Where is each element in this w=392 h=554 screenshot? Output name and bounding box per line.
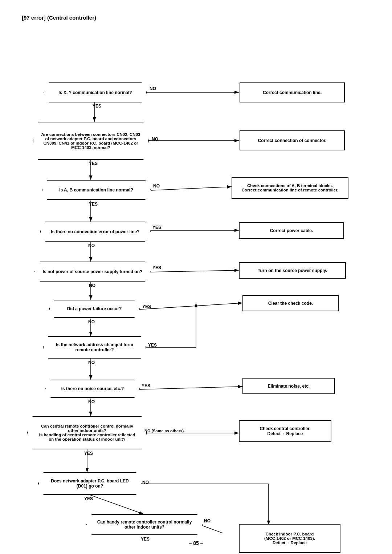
- q5-text: Is not power of source power supply turn…: [43, 269, 143, 274]
- q7-text: Is the network address changed form remo…: [44, 342, 146, 352]
- q9-text: Can central remote controller control no…: [28, 424, 146, 441]
- q2-node: Are connections between connectors CN02,…: [33, 122, 149, 160]
- label-no1: NO: [150, 86, 156, 91]
- svg-line-11: [138, 303, 242, 310]
- label-no11: NO: [204, 518, 211, 523]
- a5-text: Turn on the source power supply.: [258, 268, 327, 273]
- svg-line-20: [90, 495, 143, 514]
- a2-text: Correct connection of connector.: [258, 138, 327, 143]
- a8-text: Eliminate noise, etc.: [268, 384, 310, 389]
- label-yes3: YES: [89, 202, 98, 207]
- q2-text: Are connections between connectors CN02,…: [33, 130, 148, 151]
- label-no7: NO: [88, 360, 95, 365]
- label-no4: NO: [88, 243, 95, 248]
- a6-text: Clear the check code.: [268, 301, 313, 306]
- label-no9: NO (Same as others): [144, 429, 184, 433]
- label-yes1: YES: [93, 104, 101, 109]
- q8-text: Is there no noise source, etc.?: [61, 386, 124, 391]
- svg-line-5: [151, 187, 232, 190]
- label-yes7: YES: [148, 343, 157, 348]
- a11-text: Check indoor P.C. board (MCC-1402 or MCC…: [264, 532, 315, 545]
- label-yes5: YES: [152, 265, 161, 270]
- label-no8: NO: [88, 399, 95, 404]
- label-yes2: YES: [89, 161, 98, 166]
- q3-node: Is A, B communication line normal?: [42, 180, 151, 200]
- label-yes6: YES: [142, 304, 151, 309]
- q7-node: Is the network address changed form remo…: [43, 336, 146, 359]
- a9-node: Check central controller. Defect→ Replac…: [239, 420, 331, 442]
- arrows-svg: [15, 32, 377, 533]
- a1-node: Correct communication line.: [240, 82, 345, 102]
- label-no10: NO: [142, 480, 149, 485]
- q10-text: Does network adapter P.C. board LED (D01…: [39, 478, 141, 489]
- q8-node: Is there no noise source, etc.?: [45, 380, 140, 398]
- label-no5: NO: [89, 283, 95, 288]
- q4-text: Is there no connection error of power li…: [51, 229, 139, 234]
- a11-node: Check indoor P.C. board (MCC-1402 or MCC…: [239, 524, 340, 553]
- q1-node: Is X, Y communication line normal?: [44, 82, 147, 102]
- q6-node: Did a power failure occur?: [49, 300, 140, 318]
- a4-text: Correct power cable.: [270, 228, 313, 233]
- a3-node: Check connections of A, B terminal block…: [232, 177, 348, 199]
- svg-line-16: [138, 387, 242, 389]
- a3-text: Check connections of A, B terminal block…: [242, 183, 338, 192]
- q11-node: Can handy remote controller control norm…: [86, 514, 203, 535]
- diagram: Is X, Y communication line normal? NO YE…: [15, 32, 377, 533]
- label-no6: NO: [88, 319, 95, 324]
- svg-line-9: [149, 270, 239, 272]
- a9-text: Check central controller. Defect→ Replac…: [260, 426, 310, 436]
- q4-node: Is there no connection error of power li…: [40, 222, 151, 242]
- page: [97 error] (Central controller): [0, 0, 392, 554]
- svg-line-21: [200, 525, 239, 533]
- a6-node: Clear the check code.: [242, 295, 339, 311]
- a5-node: Turn on the source power supply.: [239, 262, 346, 279]
- label-no2: NO: [152, 137, 158, 142]
- label-yes10: YES: [84, 496, 93, 501]
- label-yes8: YES: [142, 383, 150, 388]
- a2-node: Correct connection of connector.: [240, 130, 345, 150]
- label-no3: NO: [153, 183, 160, 189]
- q3-text: Is A, B communication line normal?: [59, 187, 133, 193]
- label-yes4: YES: [152, 225, 161, 230]
- q9-node: Can central remote controller control no…: [27, 416, 147, 449]
- q1-text: Is X, Y communication line normal?: [58, 90, 132, 95]
- label-yes9: YES: [84, 451, 93, 456]
- q10-node: Does network adapter P.C. board LED (D01…: [38, 472, 142, 495]
- q6-text: Did a power failure occur?: [67, 306, 122, 311]
- a1-text: Correct communication line.: [263, 90, 322, 95]
- q5-node: Is not power of source power supply turn…: [34, 262, 151, 282]
- a8-node: Eliminate noise, etc.: [242, 378, 335, 394]
- page-title: [97 error] (Central controller): [22, 15, 381, 21]
- a4-node: Correct power cable.: [239, 222, 344, 239]
- label-yes11: YES: [141, 537, 150, 542]
- q11-text: Can handy remote controller control norm…: [87, 519, 202, 530]
